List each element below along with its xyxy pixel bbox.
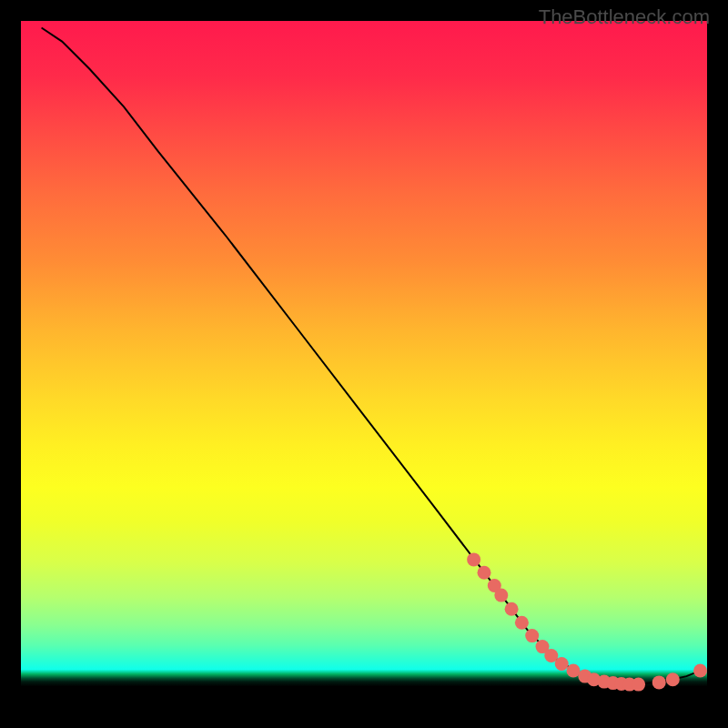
chart-plot-area — [21, 21, 707, 707]
chart-marker — [555, 657, 569, 671]
chart-marker — [494, 589, 508, 602]
chart-curve-line — [42, 28, 701, 685]
chart-marker — [525, 629, 539, 642]
chart-marker — [652, 675, 666, 689]
chart-marker — [693, 664, 707, 678]
chart-svg — [21, 21, 707, 707]
chart-marker — [515, 616, 529, 630]
chart-markers-group — [467, 552, 707, 691]
chart-marker — [632, 678, 645, 692]
watermark-text: TheBottleneck.com — [539, 5, 710, 29]
chart-marker — [666, 672, 680, 686]
chart-marker — [505, 602, 519, 616]
chart-marker — [478, 566, 491, 580]
chart-marker — [567, 664, 581, 678]
chart-marker — [467, 552, 480, 566]
